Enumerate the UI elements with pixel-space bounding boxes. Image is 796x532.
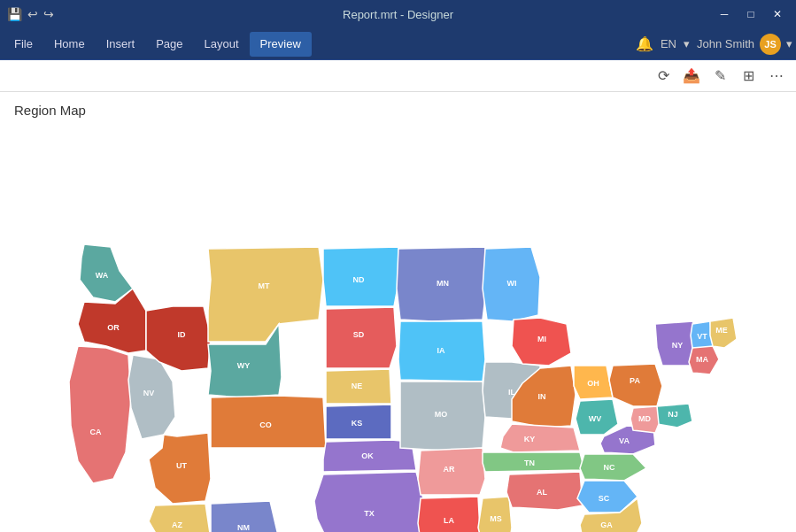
svg-marker-54 bbox=[500, 424, 580, 452]
svg-marker-48 bbox=[478, 497, 512, 532]
svg-marker-4 bbox=[69, 346, 131, 483]
svg-marker-22 bbox=[323, 247, 400, 306]
menu-file[interactable]: File bbox=[4, 32, 43, 57]
language-selector[interactable]: EN bbox=[661, 37, 676, 50]
svg-marker-56 bbox=[483, 452, 584, 472]
svg-marker-58 bbox=[506, 472, 583, 510]
menu-home[interactable]: Home bbox=[43, 32, 96, 57]
content-area: Region Map WA OR CA NV ID MT WY UT CO AZ bbox=[0, 92, 796, 532]
svg-marker-62 bbox=[576, 399, 618, 435]
svg-marker-10 bbox=[208, 247, 323, 342]
user-profile[interactable]: John Smith JS ▾ bbox=[697, 34, 792, 55]
preview-toolbar: ⟳ 📤 ✎ ⊞ ⋯ bbox=[0, 60, 796, 92]
title-bar: 💾 ↩ ↪ Report.mrt - Designer ─ □ ✕ bbox=[0, 0, 796, 28]
svg-marker-86 bbox=[710, 318, 737, 348]
svg-marker-40 bbox=[418, 448, 485, 495]
notification-icon[interactable]: 🔔 bbox=[636, 35, 653, 52]
menu-layout[interactable]: Layout bbox=[194, 32, 250, 57]
menu-page[interactable]: Page bbox=[145, 32, 193, 57]
close-button[interactable]: ✕ bbox=[766, 5, 789, 23]
svg-marker-50 bbox=[512, 318, 571, 366]
menu-bar: File Home Insert Page Layout Preview 🔔 E… bbox=[0, 28, 796, 60]
svg-marker-36 bbox=[398, 321, 485, 382]
more-button[interactable]: ⋯ bbox=[764, 64, 789, 89]
maximize-button[interactable]: □ bbox=[739, 5, 762, 23]
svg-marker-84 bbox=[689, 346, 719, 374]
app-icon: 💾 bbox=[7, 7, 22, 21]
menu-right-area: 🔔 EN ▾ John Smith JS ▾ bbox=[636, 34, 792, 55]
user-name: John Smith bbox=[697, 37, 754, 50]
svg-marker-32 bbox=[314, 472, 425, 532]
menu-preview[interactable]: Preview bbox=[250, 32, 312, 57]
title-bar-controls-left: 💾 ↩ ↪ bbox=[7, 7, 54, 21]
svg-marker-60 bbox=[574, 366, 613, 399]
svg-marker-16 bbox=[211, 396, 326, 448]
svg-marker-80 bbox=[630, 406, 659, 433]
minimize-button[interactable]: ─ bbox=[713, 5, 736, 23]
redo-icon[interactable]: ↪ bbox=[43, 7, 54, 21]
svg-marker-78 bbox=[655, 404, 692, 428]
svg-marker-24 bbox=[326, 307, 397, 368]
svg-marker-26 bbox=[326, 369, 391, 404]
export-button[interactable]: 📤 bbox=[679, 64, 704, 89]
region-map: WA OR CA NV ID MT WY UT CO AZ NM ND bbox=[18, 134, 779, 532]
svg-marker-66 bbox=[580, 454, 646, 481]
undo-icon[interactable]: ↩ bbox=[27, 7, 38, 21]
svg-marker-14 bbox=[149, 433, 211, 504]
svg-marker-0 bbox=[80, 244, 133, 302]
svg-marker-18 bbox=[149, 504, 211, 532]
window-title: Report.mrt - Designer bbox=[343, 8, 453, 21]
svg-marker-28 bbox=[326, 405, 391, 439]
menu-insert[interactable]: Insert bbox=[96, 32, 146, 57]
svg-marker-34 bbox=[397, 247, 487, 321]
svg-marker-42 bbox=[418, 497, 480, 532]
svg-marker-20 bbox=[211, 501, 279, 532]
svg-marker-6 bbox=[128, 355, 175, 439]
svg-marker-74 bbox=[609, 364, 662, 406]
title-bar-controls-right: ─ □ ✕ bbox=[713, 5, 789, 23]
fullscreen-button[interactable]: ⊞ bbox=[736, 64, 761, 89]
svg-marker-44 bbox=[483, 247, 540, 321]
edit-button[interactable]: ✎ bbox=[707, 64, 732, 89]
map-container: WA OR CA NV ID MT WY UT CO AZ NM ND bbox=[14, 125, 782, 532]
user-avatar: JS bbox=[760, 34, 781, 55]
page-title: Region Map bbox=[14, 103, 782, 118]
svg-marker-38 bbox=[400, 382, 485, 451]
refresh-button[interactable]: ⟳ bbox=[651, 64, 676, 89]
